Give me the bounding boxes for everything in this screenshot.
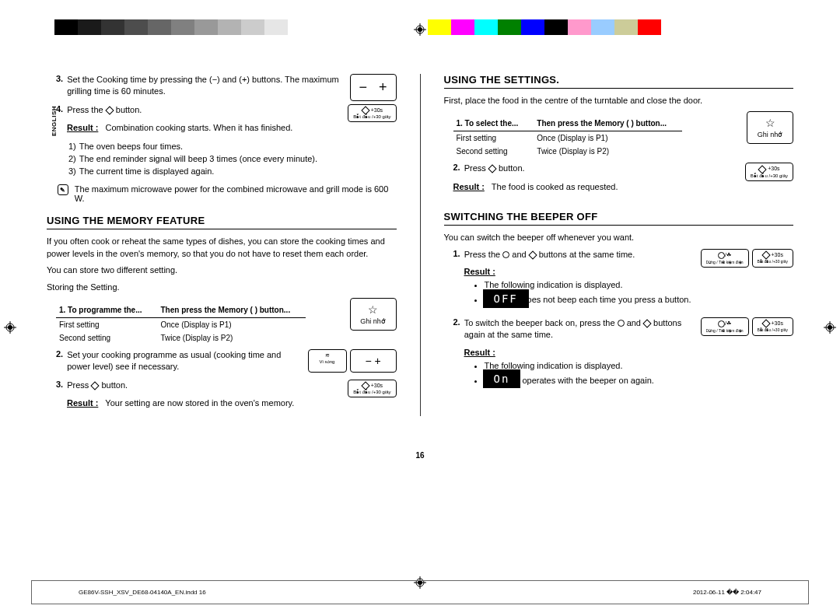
start-button-figure: +30s Bắt đầu /+30 giây (745, 163, 793, 180)
footer: GE86V-SSH_XSV_DE68-04140A_EN.indd 16 201… (31, 580, 809, 604)
page-number: 16 (0, 451, 840, 460)
column-divider (420, 74, 421, 416)
step-2-settings: 2. Press button. (444, 163, 737, 174)
right-column: USING THE SETTINGS. First, place the foo… (444, 74, 794, 416)
star-icon: ☆ (368, 303, 378, 316)
start-icon (642, 319, 651, 327)
start-button-figure: +30s Bắt đầu /+30 giây (752, 249, 794, 268)
programme-table: 1. To programme the...Then press the Mem… (56, 303, 306, 345)
star-icon: ☆ (765, 117, 775, 129)
wave-icon: ≋ (325, 352, 330, 358)
stop-icon (618, 320, 625, 327)
heading-settings: USING THE SETTINGS. (444, 74, 794, 89)
result-label: Result : (67, 398, 98, 408)
sub-steps-list: 1)The oven beeps four times.2)The end re… (47, 141, 340, 177)
left-column: 3. Set the Cooking time by pressing the … (47, 74, 397, 416)
step-4: 4. Press the button. (47, 104, 340, 116)
start-button-figure: +30s Bắt đầu /+30 giây (348, 104, 396, 122)
start-icon (105, 106, 114, 114)
memory-sub-heading: Storing the Setting. (47, 282, 397, 293)
memory-button-figure: ☆ Ghi nhớ (747, 111, 793, 144)
beeper-intro: You can switch the beeper off whenever y… (444, 232, 794, 243)
microwave-button-figure: ≋ Vi sóng (308, 349, 347, 373)
step-3-memory: 3. Press button. (47, 380, 340, 391)
result-label: Result : (464, 267, 495, 276)
result-label: Result : (453, 182, 485, 191)
display-on: On (483, 369, 521, 388)
note: ✎ The maximum microwave power for the co… (47, 184, 397, 203)
minus-plus-button-figure: − + (350, 349, 397, 373)
start-button-figure: +30s Bắt đầu /+30 giây (348, 380, 396, 397)
footer-date: 2012-06-11 �� 2:04:47 (693, 589, 761, 596)
memory-intro: If you often cook or reheat the same typ… (47, 236, 397, 260)
leaf-icon: ☘ (726, 320, 731, 326)
start-icon (488, 165, 496, 173)
result-label: Result : (67, 123, 98, 132)
memory-store-info: You can store two different setting. (47, 264, 397, 276)
leaf-icon: ☘ (726, 252, 731, 257)
step-1-beeper: 1. Press the and buttons at the same tim… (444, 249, 693, 261)
heading-beeper: SWITCHING THE BEEPER OFF (444, 211, 794, 226)
heading-memory-feature: USING THE MEMORY FEATURE (47, 215, 397, 229)
memory-button-figure: ☆ Ghi nhớ (350, 298, 397, 331)
registration-mark-icon (414, 23, 426, 36)
step-number: 3. (56, 74, 63, 98)
select-table: 1. To select the...Then press the Memory… (453, 116, 683, 158)
note-icon: ✎ (58, 184, 68, 195)
minus-plus-button-figure: − + (350, 74, 397, 101)
stop-button-figure: /☘ Dừng / Tiết kiệm điện (701, 317, 749, 336)
start-button-figure: +30s Bắt đầu /+30 giây (752, 317, 794, 336)
footer-file: GE86V-SSH_XSV_DE68-04140A_EN.indd 16 (79, 589, 206, 596)
result-label: Result : (464, 348, 495, 357)
step-3: 3. Set the Cooking time by pressing the … (47, 74, 342, 98)
step-2-memory: 2. Set your cooking programme as usual (… (47, 349, 300, 373)
content-area: ENGLISH 3. Set the Cooking time by press… (0, 35, 840, 439)
start-icon (528, 250, 537, 259)
settings-intro: First, place the food in the centre of t… (444, 95, 794, 107)
svg-point-3 (418, 27, 422, 32)
display-off: OFF (483, 289, 529, 308)
stop-icon (502, 251, 509, 258)
page: ENGLISH 3. Set the Cooking time by press… (0, 19, 840, 616)
language-label: ENGLISH (51, 106, 58, 136)
step-2-beeper: 2. To switch the beeper back on, press t… (444, 317, 693, 341)
stop-button-figure: /☘ Dừng / Tiết kiệm điện (701, 249, 749, 268)
